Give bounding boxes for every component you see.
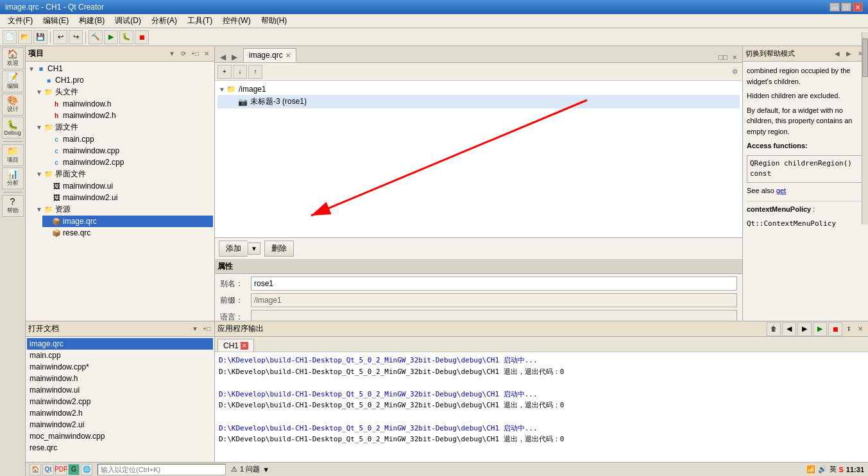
open-files-filter-icon[interactable]: ▼ [190,324,200,334]
open-file-rese[interactable]: rese.qrc [27,442,213,454]
welcome-button[interactable]: 🏠 欢迎 [2,47,24,69]
tree-item-resources[interactable]: ▼ 📁 资源 [35,203,213,216]
alias-input[interactable] [251,276,737,291]
tree-item-forms[interactable]: ▼ 📁 界面文件 [35,168,213,180]
tree-item-mw2-cpp[interactable]: c mainwindow2.cpp [42,157,213,168]
delete-button[interactable]: 删除 [264,241,294,257]
open-button[interactable]: 📂 [18,30,32,44]
status-pdf-icon[interactable]: PDF [55,464,67,475]
close-button[interactable]: ✕ [853,3,863,12]
open-file-image-qrc[interactable]: image.qrc [27,338,213,350]
tree-item-rese-qrc[interactable]: 📦 rese.qrc [42,227,213,239]
tree-item-main-cpp[interactable]: c main.cpp [42,133,213,145]
status-home-icon[interactable]: 🏠 [30,464,41,475]
tree-item-sources[interactable]: ▼ 📁 源文件 [35,121,213,133]
cpp-file-icon-2: c [51,146,62,156]
import-btn[interactable]: ↓ [233,65,247,79]
help-forward-icon[interactable]: ▶ [844,49,854,59]
open-file-mw2-cpp[interactable]: mainwindow2.cpp [27,396,213,407]
close-sidebar-icon[interactable]: ✕ [201,49,212,59]
analyze-button[interactable]: 📊 分析 [2,167,24,189]
tab-close-icon[interactable]: ✕ [285,52,291,59]
minimize-button[interactable]: — [830,3,840,12]
tree-item-ch1pro[interactable]: ■ CH1.pro [35,74,213,86]
edit-button[interactable]: 📝 编辑 [2,71,24,92]
resource-prefix-item[interactable]: ▼ 📁 /image1 [217,83,740,95]
run-button[interactable]: ▶ [104,30,118,44]
add-button[interactable]: 添加 [219,241,248,257]
menu-build[interactable]: 构建(B) [74,14,110,28]
add-dropdown-button[interactable]: ▼ [248,242,260,255]
window-controls: — □ ✕ [830,3,863,12]
search-input[interactable] [98,464,226,475]
right-scrollbar[interactable] [862,46,868,225]
tree-item-mw2ui[interactable]: 🖼 mainwindow2.ui [42,192,213,203]
menu-controls[interactable]: 控件(W) [217,14,255,28]
status-globe-icon[interactable]: 🌐 [81,464,92,475]
menu-help[interactable]: 帮助(H) [256,14,293,28]
output-tab-ch1[interactable]: CH1 ✕ [217,339,254,352]
output-fwd-btn[interactable]: ▶ [797,322,812,336]
output-stop-btn[interactable]: ⏹ [828,322,842,336]
tree-item-mwui[interactable]: 🖼 mainwindow.ui [42,180,213,192]
open-files-add-icon[interactable]: +□ [201,324,212,334]
resource-child-item[interactable]: 📷 未标题-3 (rose1) [217,95,740,108]
stop-button[interactable]: ⏹ [135,30,149,44]
build-button[interactable]: 🔨 [89,30,103,44]
open-file-main-cpp[interactable]: main.cpp [27,350,213,361]
open-file-mw2ui[interactable]: mainwindow2.ui [27,419,213,430]
redo-button[interactable]: ↪ [69,30,83,44]
menu-debug[interactable]: 调试(D) [110,14,146,28]
open-file-mw-cpp[interactable]: mainwindow.cpp* [27,361,213,373]
save-button[interactable]: 💾 [33,30,47,44]
sync-icon[interactable]: ⟳ [178,49,189,59]
close-editor-icon[interactable]: ✕ [729,52,740,62]
add-panel-icon[interactable]: +□ [190,49,200,59]
project-button[interactable]: 📁 项目 [2,144,24,166]
menu-edit[interactable]: 编辑(E) [38,14,74,28]
undo-button[interactable]: ↩ [53,30,67,44]
open-file-mw-h[interactable]: mainwindow.h [27,373,213,384]
tree-item-ch1[interactable]: ▼ ■ CH1 [27,63,213,74]
design-button[interactable]: 🎨 设计 [2,94,24,115]
debug-mode-button[interactable]: 🐛 Debug [2,117,24,139]
tab-image-qrc[interactable]: image.qrc ✕ [243,48,296,62]
help-button[interactable]: ? 帮助 [2,195,24,217]
tab-forward-icon[interactable]: ▶ [229,52,239,62]
new-file-button[interactable]: 📄 [3,30,17,44]
tree-item-headers[interactable]: ▼ 📁 头文件 [35,86,213,98]
status-qt-icon[interactable]: Qt [42,464,54,475]
menu-file[interactable]: 文件(F) [3,14,38,28]
output-close-icon[interactable]: ✕ [855,324,865,334]
problems-indicator[interactable]: ⚠ 1 问题 ▼ [231,464,269,474]
output-expand-icon[interactable]: ⬆ [844,324,854,334]
split-view-icon[interactable]: □□ [718,52,728,62]
settings-icon[interactable]: ⚙ [729,67,740,77]
problems-dropdown[interactable]: ▼ [262,466,269,473]
output-back-btn[interactable]: ◀ [782,322,796,336]
open-file-moc[interactable]: moc_mainwindow.cpp [27,430,213,442]
help-back-icon[interactable]: ◀ [832,49,842,59]
output-clear-btn[interactable]: 🗑 [767,322,781,336]
export-btn[interactable]: ↑ [248,65,262,79]
debug-button[interactable]: 🐛 [119,30,133,44]
open-file-mwui[interactable]: mainwindow.ui [27,384,213,396]
tree-item-mainwindow2-h[interactable]: h mainwindow2.h [42,110,213,121]
output-line-1: D:\KDevelop\build-CH1-Desktop_Qt_5_0_2_M… [219,355,864,366]
tree-item-image-qrc[interactable]: 📦 image.qrc [42,216,213,227]
filter-icon[interactable]: ▼ [167,49,177,59]
output-run-btn[interactable]: ▶ [813,322,827,336]
status-green-icon[interactable]: G [68,464,80,475]
toolbar-separator-2 [85,31,86,43]
add-prefix-btn[interactable]: + [217,65,232,79]
open-file-mw2-h[interactable]: mainwindow2.h [27,407,213,419]
menu-tools[interactable]: 工具(T) [182,14,217,28]
see-also-link[interactable]: get [776,187,786,194]
qrc-file-icon-2: 📦 [51,228,62,238]
tree-item-mainwindow-h[interactable]: h mainwindow.h [42,98,213,110]
output-tab-close[interactable]: ✕ [241,342,248,350]
menu-analyze[interactable]: 分析(A) [146,14,182,28]
tab-back-icon[interactable]: ◀ [217,52,228,62]
tree-item-mw-cpp[interactable]: c mainwindow.cpp [42,145,213,157]
maximize-button[interactable]: □ [841,3,851,12]
